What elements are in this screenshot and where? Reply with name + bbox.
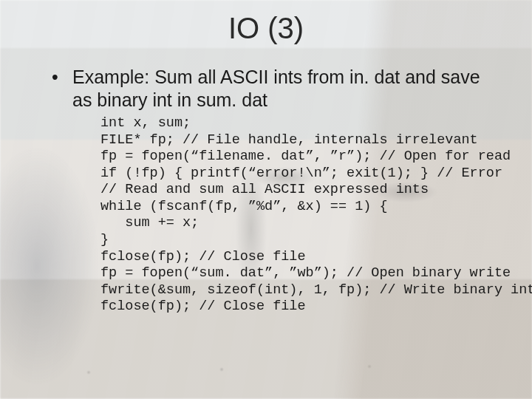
code-block: int x, sum; FILE* fp; // File handle, in… — [100, 115, 502, 316]
slide: IO (3) Example: Sum all ASCII ints from … — [0, 0, 532, 399]
slide-content: IO (3) Example: Sum all ASCII ints from … — [0, 0, 532, 399]
bullet-example: Example: Sum all ASCII ints from in. dat… — [44, 66, 502, 111]
slide-title: IO (3) — [30, 12, 502, 45]
